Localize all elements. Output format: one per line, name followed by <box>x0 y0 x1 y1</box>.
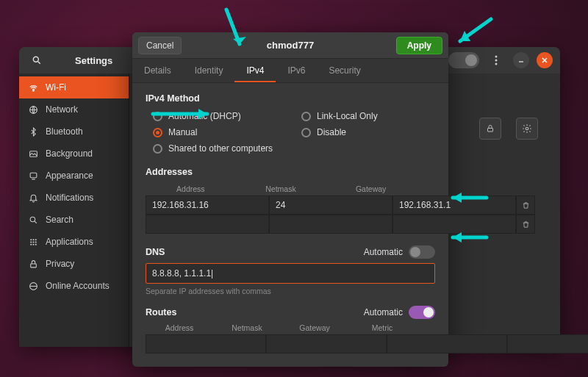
sidebar-item-online-accounts[interactable]: Online Accounts <box>19 275 129 297</box>
grid-icon <box>28 237 38 247</box>
tab-security[interactable]: Security <box>317 59 372 82</box>
sidebar-item-privacy[interactable]: Privacy <box>19 253 129 275</box>
radio-label: Manual <box>168 127 197 137</box>
sidebar-item-notifications[interactable]: Notifications <box>19 187 129 209</box>
routes-title: Routes <box>146 307 176 317</box>
svg-point-8 <box>32 90 34 91</box>
routes-automatic-toggle[interactable] <box>409 306 435 319</box>
col-address: Address <box>146 323 213 332</box>
dns-input[interactable] <box>146 263 435 284</box>
search-icon <box>28 215 38 225</box>
sidebar-item-applications[interactable]: Applications <box>19 231 129 253</box>
svg-rect-11 <box>30 173 37 178</box>
dns-automatic-toggle[interactable] <box>409 245 435 259</box>
apply-button[interactable]: Apply <box>396 37 442 54</box>
svg-line-1 <box>38 62 40 64</box>
sidebar-item-network[interactable]: Network <box>19 98 129 121</box>
svg-point-16 <box>32 239 34 240</box>
sidebar-item-label: Wi-Fi <box>46 82 66 93</box>
dialog-tabs: DetailsIdentityIPv4IPv6Security <box>132 59 448 83</box>
svg-point-21 <box>30 243 32 245</box>
tab-ipv6[interactable]: IPv6 <box>276 59 317 82</box>
dns-hint: Separate IP addresses with commas <box>146 287 435 295</box>
radio-manual[interactable]: Manual <box>153 127 287 137</box>
gateway-input[interactable] <box>392 195 516 215</box>
svg-point-22 <box>32 243 34 245</box>
lock-icon[interactable] <box>479 118 501 140</box>
radio-shared[interactable]: Shared to other computers <box>153 143 287 154</box>
route-gateway-input[interactable] <box>387 334 507 353</box>
dns-automatic-label: Automatic <box>364 247 403 257</box>
svg-point-19 <box>32 241 34 243</box>
dns-title: DNS <box>146 247 165 257</box>
radio-label: Disable <box>317 127 346 137</box>
netmask-input[interactable] <box>269 215 392 234</box>
gateway-input[interactable] <box>392 215 516 234</box>
minimize-button[interactable] <box>513 52 529 68</box>
routes-automatic-label: Automatic <box>364 307 403 317</box>
col-metric: Metric <box>348 323 416 332</box>
route-netmask-input[interactable] <box>266 334 387 353</box>
sidebar-item-label: Notifications <box>46 193 93 203</box>
svg-marker-31 <box>460 31 470 41</box>
svg-rect-24 <box>30 263 36 267</box>
sidebar-item-label: Search <box>46 215 74 225</box>
settings-sidebar: Wi-FiNetworkBluetoothBackgroundAppearanc… <box>19 73 129 347</box>
col-gateway: Gateway <box>281 323 348 332</box>
sidebar-item-label: Applications <box>46 237 93 247</box>
svg-point-13 <box>30 217 35 222</box>
appearance-icon <box>28 171 38 181</box>
route-metric-input[interactable] <box>507 334 588 353</box>
online-icon <box>28 281 38 291</box>
sidebar-item-wi-fi[interactable]: Wi-Fi <box>19 76 129 98</box>
sidebar-item-label: Online Accounts <box>46 281 110 291</box>
sidebar-item-label: Privacy <box>46 259 74 269</box>
window-close-button[interactable] <box>537 52 553 68</box>
route-address-input[interactable] <box>146 334 266 353</box>
radio-automatic-dhcp[interactable]: Automatic (DHCP) <box>153 111 287 121</box>
search-icon[interactable] <box>26 50 47 71</box>
bluetooth-icon <box>28 127 38 137</box>
trash-icon[interactable] <box>516 215 535 234</box>
ipv4-method-group: Automatic (DHCP) Link-Local Only Manual … <box>153 111 435 154</box>
wifi-master-toggle[interactable] <box>448 52 479 68</box>
address-input[interactable] <box>146 215 269 234</box>
bell-icon <box>28 193 38 203</box>
background-icon <box>28 149 38 159</box>
wifi-icon <box>28 83 38 93</box>
sidebar-item-label: Appearance <box>46 170 93 181</box>
radio-label: Link-Local Only <box>317 111 378 121</box>
svg-point-18 <box>30 241 32 243</box>
tab-ipv4[interactable]: IPv4 <box>234 59 276 82</box>
svg-point-27 <box>526 127 528 130</box>
tab-details[interactable]: Details <box>132 59 183 82</box>
cancel-button[interactable]: Cancel <box>138 37 182 54</box>
routes-row <box>146 334 435 353</box>
radio-disable[interactable]: Disable <box>301 127 435 137</box>
radio-label: Automatic (DHCP) <box>168 111 241 121</box>
gear-icon[interactable] <box>516 118 538 140</box>
hamburger-menu-icon[interactable] <box>487 51 506 70</box>
radio-link-local[interactable]: Link-Local Only <box>301 111 435 121</box>
svg-point-2 <box>495 56 498 58</box>
sidebar-item-appearance[interactable]: Appearance <box>19 165 129 187</box>
tab-identity[interactable]: Identity <box>183 59 235 82</box>
address-input[interactable] <box>146 195 269 215</box>
routes-table: Address Netmask Gateway Metric <box>146 323 435 353</box>
col-gateway: Gateway <box>326 184 416 193</box>
radio-label: Shared to other computers <box>168 143 273 154</box>
netmask-input[interactable] <box>269 195 392 215</box>
arrow-annotation <box>447 13 498 50</box>
sidebar-item-label: Background <box>46 148 93 159</box>
trash-icon[interactable] <box>516 195 535 215</box>
sidebar-item-bluetooth[interactable]: Bluetooth <box>19 121 129 143</box>
sidebar-item-label: Network <box>46 104 78 115</box>
address-row <box>146 215 435 234</box>
svg-point-4 <box>495 63 498 65</box>
col-netmask: Netmask <box>236 184 326 193</box>
sidebar-item-background[interactable]: Background <box>19 143 129 165</box>
sidebar-item-search[interactable]: Search <box>19 209 129 231</box>
address-row <box>146 195 435 215</box>
svg-point-0 <box>33 57 38 62</box>
dialog-header: Cancel chmod777 Apply <box>132 32 448 59</box>
